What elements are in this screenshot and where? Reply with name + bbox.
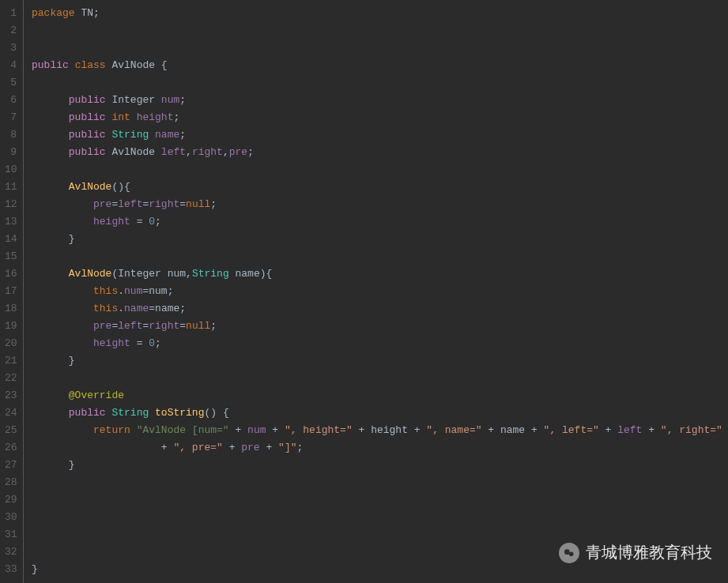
code-line: pre=left=right=null;: [32, 318, 728, 335]
line-number: 3: [5, 39, 17, 57]
code-line: [32, 248, 728, 265]
line-number: 20: [5, 335, 17, 352]
line-number: 31: [5, 526, 17, 544]
code-area[interactable]: package TN; public class AvlNode { publi…: [24, 0, 728, 583]
line-number: 12: [5, 196, 17, 213]
code-line: + ", pre=" + pre + "]";: [32, 439, 728, 457]
code-line: @Override: [32, 387, 728, 404]
line-number: 22: [5, 370, 17, 387]
line-number: 27: [5, 457, 17, 474]
line-number: 19: [5, 318, 17, 335]
line-number: 14: [5, 231, 17, 248]
code-line: }: [32, 352, 728, 370]
code-line: [32, 526, 728, 544]
line-number: 9: [5, 144, 17, 161]
code-line: this.name=name;: [32, 300, 728, 318]
line-number: 10: [5, 161, 17, 179]
line-number: 32: [5, 544, 17, 561]
line-number: 15: [5, 248, 17, 265]
svg-point-0: [564, 549, 570, 555]
code-line: }: [32, 457, 728, 474]
line-number: 33: [5, 561, 17, 578]
code-line: [32, 491, 728, 509]
code-line: [32, 474, 728, 491]
code-line: public Integer num;: [32, 92, 728, 109]
line-number: 7: [5, 109, 17, 126]
watermark-text: 青城博雅教育科技: [586, 542, 712, 563]
code-line: [32, 370, 728, 387]
line-number: 25: [5, 422, 17, 439]
line-number: 8: [5, 126, 17, 144]
line-number: 29: [5, 491, 17, 509]
code-line: [32, 161, 728, 179]
watermark: 青城博雅教育科技: [559, 542, 712, 563]
line-number: 11: [5, 179, 17, 196]
code-line: [32, 39, 728, 57]
code-line: height = 0;: [32, 213, 728, 231]
code-line: }: [32, 561, 728, 578]
line-number-gutter: 1 2 3 4 5 6 7 8 9 10 11 12 13 14 15 16 1…: [0, 0, 24, 583]
code-line: this.num=num;: [32, 283, 728, 300]
code-line: AvlNode(){: [32, 179, 728, 196]
code-line: }: [32, 231, 728, 248]
code-line: height = 0;: [32, 335, 728, 352]
code-line: public String toString() {: [32, 404, 728, 422]
code-line: AvlNode(Integer num,String name){: [32, 265, 728, 283]
line-number: 1: [5, 5, 17, 22]
line-number: 28: [5, 474, 17, 491]
line-number: 30: [5, 509, 17, 526]
line-number: 2: [5, 22, 17, 39]
code-line: public AvlNode left,right,pre;: [32, 144, 728, 161]
code-line: [32, 74, 728, 92]
svg-point-1: [569, 551, 574, 556]
line-number: 18: [5, 300, 17, 318]
line-number: 4: [5, 57, 17, 74]
code-line: package TN;: [32, 5, 728, 22]
line-number: 21: [5, 352, 17, 370]
code-line: pre=left=right=null;: [32, 196, 728, 213]
line-number: 23: [5, 387, 17, 404]
code-line: public int height;: [32, 109, 728, 126]
line-number: 24: [5, 404, 17, 422]
code-line: [32, 509, 728, 526]
line-number: 17: [5, 283, 17, 300]
line-number: 13: [5, 213, 17, 231]
wechat-icon: [559, 543, 579, 563]
line-number: 6: [5, 92, 17, 109]
line-number: 26: [5, 439, 17, 457]
line-number: 5: [5, 74, 17, 92]
line-number: 16: [5, 265, 17, 283]
code-editor: 1 2 3 4 5 6 7 8 9 10 11 12 13 14 15 16 1…: [0, 0, 728, 583]
code-line: return "AvlNode [num=" + num + ", height…: [32, 422, 728, 439]
code-line: public String name;: [32, 126, 728, 144]
code-line: public class AvlNode {: [32, 57, 728, 74]
code-line: [32, 22, 728, 39]
